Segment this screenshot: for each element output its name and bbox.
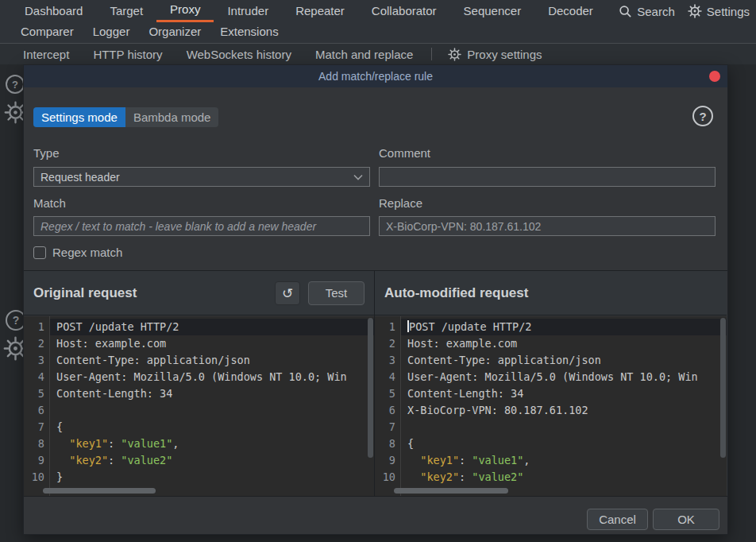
match-label: Match bbox=[33, 196, 66, 210]
bambda-mode-tab[interactable]: Bambda mode bbox=[125, 107, 219, 127]
code-line: User-Agent: Mozilla/5.0 (Windows NT 10.0… bbox=[50, 369, 374, 385]
original-request-editor[interactable]: 12345678910 POST /update HTTP/2Host: exa… bbox=[24, 316, 374, 497]
code-area: POST /update HTTP/2Host: example.comCont… bbox=[49, 316, 374, 497]
tab-decoder[interactable]: Decoder bbox=[534, 0, 607, 22]
tab-collaborator[interactable]: Collaborator bbox=[358, 0, 450, 22]
type-select[interactable]: Request header bbox=[33, 167, 370, 187]
modified-request-editor[interactable]: 12345678910 POST /update HTTP/2Host: exa… bbox=[375, 316, 727, 497]
code-line: "key1": "value1", bbox=[401, 452, 727, 469]
code-line: "key2": "value2" bbox=[50, 452, 374, 469]
regex-match-option: Regex match bbox=[33, 246, 122, 259]
mode-toggle: Settings mode Bambda mode bbox=[33, 107, 218, 127]
tab-comparer[interactable]: Comparer bbox=[11, 22, 83, 43]
code-line: Content-Length: 34 bbox=[401, 385, 727, 402]
request-preview-panels: Original request ↺ Test 12345678910 POST… bbox=[24, 270, 727, 496]
code-line: { bbox=[50, 419, 374, 436]
search-label: Search bbox=[637, 5, 675, 18]
main-tabs-row-2: ComparerLoggerOrganizerExtensions bbox=[0, 22, 756, 43]
original-request-title: Original request bbox=[33, 285, 137, 301]
code-line: "key2": "value2" bbox=[401, 469, 727, 486]
code-area: POST /update HTTP/2Host: example.comCont… bbox=[400, 316, 727, 497]
settings-mode-tab[interactable]: Settings mode bbox=[33, 107, 125, 127]
reset-button[interactable]: ↺ bbox=[275, 281, 300, 305]
code-line: Host: example.com bbox=[50, 335, 374, 352]
replace-input-value: X-BioCorp-VPN: 80.187.61.102 bbox=[386, 220, 541, 233]
tab-logger[interactable]: Logger bbox=[83, 22, 140, 43]
subtab-proxy-settings[interactable]: Proxy settings bbox=[438, 48, 551, 61]
tab-extensions[interactable]: Extensions bbox=[210, 22, 287, 43]
chevron-down-icon bbox=[353, 174, 363, 180]
line-number-gutter: 12345678910 bbox=[375, 316, 400, 497]
code-line: { bbox=[401, 436, 727, 452]
vertical-scrollbar[interactable] bbox=[368, 318, 373, 458]
modified-request-header: Auto-modified request bbox=[375, 271, 727, 316]
horizontal-scrollbar[interactable] bbox=[43, 488, 156, 494]
line-number: 3 bbox=[375, 352, 400, 369]
comment-input[interactable] bbox=[379, 167, 716, 187]
line-number: 1 bbox=[24, 319, 49, 335]
code-line: Content-Type: application/json bbox=[50, 352, 374, 369]
main-tab-bar: DashboardTargetProxyIntruderRepeaterColl… bbox=[0, 0, 756, 43]
code-line bbox=[401, 419, 727, 436]
code-line: User-Agent: Mozilla/5.0 (Windows NT 10.0… bbox=[401, 369, 727, 385]
line-number: 6 bbox=[24, 402, 49, 419]
gear-icon bbox=[448, 48, 461, 61]
line-number: 8 bbox=[24, 436, 49, 452]
undo-icon: ↺ bbox=[282, 285, 293, 301]
settings-label: Settings bbox=[707, 5, 750, 18]
subtab-websockets-history[interactable]: WebSockets history bbox=[175, 48, 303, 61]
line-number: 9 bbox=[24, 452, 49, 469]
ok-button[interactable]: OK bbox=[653, 509, 719, 530]
separator bbox=[431, 48, 432, 60]
line-number: 1 bbox=[375, 319, 400, 335]
search-icon bbox=[619, 5, 632, 18]
tab-target[interactable]: Target bbox=[96, 0, 156, 22]
tab-proxy[interactable]: Proxy bbox=[156, 0, 214, 22]
subtab-http-history[interactable]: HTTP history bbox=[81, 48, 174, 61]
line-number: 7 bbox=[24, 419, 49, 436]
match-input-placeholder: Regex / text to match - leave blank to a… bbox=[40, 220, 316, 233]
code-line: X-BioCorp-VPN: 80.187.61.102 bbox=[401, 402, 727, 419]
code-line bbox=[50, 402, 374, 419]
line-number: 3 bbox=[24, 352, 49, 369]
tab-organizer[interactable]: Organizer bbox=[139, 22, 210, 43]
tab-sequencer[interactable]: Sequencer bbox=[450, 0, 535, 22]
modified-request-panel: Auto-modified request 12345678910 POST /… bbox=[375, 271, 727, 497]
help-icon[interactable]: ? bbox=[692, 106, 713, 126]
regex-match-checkbox[interactable] bbox=[33, 246, 46, 259]
code-line: } bbox=[50, 469, 374, 486]
subtab-intercept[interactable]: Intercept bbox=[11, 48, 81, 61]
subtab-match-and-replace[interactable]: Match and replace bbox=[303, 48, 425, 61]
line-number: 2 bbox=[375, 335, 400, 352]
line-number: 4 bbox=[24, 369, 49, 385]
vertical-scrollbar[interactable] bbox=[720, 318, 726, 458]
replace-input[interactable]: X-BioCorp-VPN: 80.187.61.102 bbox=[379, 216, 716, 236]
line-number: 10 bbox=[24, 469, 49, 486]
code-line: "key1": "value1", bbox=[50, 436, 374, 452]
line-number: 9 bbox=[375, 452, 400, 469]
gear-icon bbox=[688, 4, 702, 18]
tab-intruder[interactable]: Intruder bbox=[214, 0, 282, 22]
record-indicator-dot[interactable] bbox=[709, 71, 720, 82]
line-number-gutter: 12345678910 bbox=[24, 316, 49, 497]
match-input[interactable]: Regex / text to match - leave blank to a… bbox=[33, 216, 370, 236]
line-number: 10 bbox=[375, 469, 400, 486]
cancel-button[interactable]: Cancel bbox=[587, 509, 648, 530]
add-match-replace-dialog: Add match/replace rule Settings mode Bam… bbox=[24, 65, 727, 534]
test-button[interactable]: Test bbox=[308, 281, 364, 305]
help-icon[interactable]: ? bbox=[6, 75, 25, 94]
line-number: 7 bbox=[375, 419, 400, 436]
tab-repeater[interactable]: Repeater bbox=[282, 0, 358, 22]
code-line: POST /update HTTP/2 bbox=[50, 319, 374, 335]
tab-dashboard[interactable]: Dashboard bbox=[11, 0, 96, 22]
original-request-tools: ↺ Test bbox=[275, 281, 364, 305]
settings-button[interactable]: Settings bbox=[688, 4, 750, 18]
original-request-header: Original request ↺ Test bbox=[24, 271, 374, 316]
line-number: 4 bbox=[375, 369, 400, 385]
proxy-sub-tab-bar: InterceptHTTP historyWebSockets historyM… bbox=[0, 43, 756, 64]
horizontal-scrollbar[interactable] bbox=[394, 488, 508, 494]
dialog-footer: Cancel OK bbox=[24, 496, 727, 534]
code-line: Content-Type: application/json bbox=[401, 352, 727, 369]
line-number: 5 bbox=[375, 385, 400, 402]
search-button[interactable]: Search bbox=[619, 5, 675, 18]
